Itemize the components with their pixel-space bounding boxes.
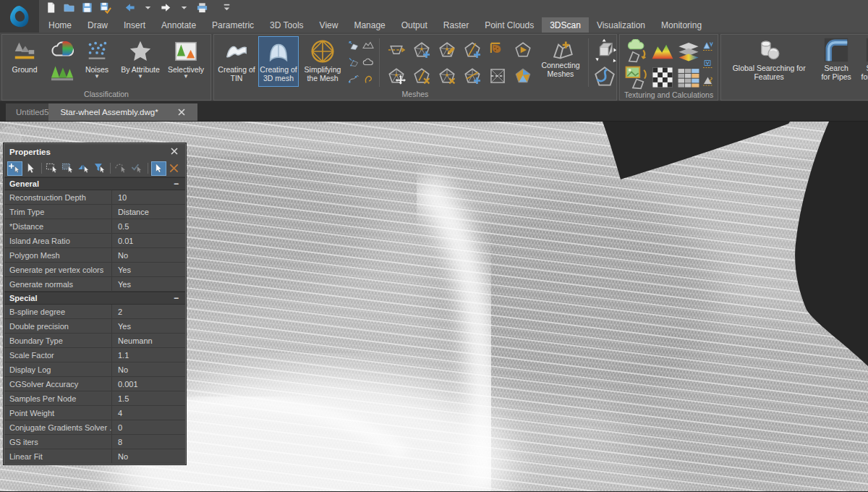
- model-viewport[interactable]: Properties General−Reconstruction Depth1…: [0, 122, 868, 491]
- property-value[interactable]: 8: [111, 435, 185, 449]
- mesh-split-edge-icon[interactable]: [463, 67, 482, 85]
- cancel-selection-icon[interactable]: [167, 161, 182, 176]
- window-select-icon[interactable]: [45, 161, 60, 176]
- redo-icon[interactable]: [160, 1, 176, 16]
- scan-to-surface-icon[interactable]: [347, 39, 360, 52]
- mesh-flip-edge-icon[interactable]: [488, 67, 507, 85]
- simplifying-the-mesh-button[interactable]: Simplifying the Mesh: [300, 36, 345, 87]
- print-icon[interactable]: [196, 1, 212, 16]
- mesh-move-vertex-icon[interactable]: [387, 67, 406, 85]
- selectively-dropdown-icon[interactable]: ▼: [183, 74, 189, 80]
- properties-panel-header[interactable]: Properties: [4, 144, 185, 160]
- small-cloud-icon[interactable]: [362, 56, 375, 69]
- spline-nodes-icon[interactable]: [347, 72, 360, 85]
- creating-of-3d-mesh-button[interactable]: Creating of 3D mesh: [258, 36, 299, 87]
- classify-by-color-icon[interactable]: [50, 38, 72, 59]
- document-tab-star-wheel[interactable]: Star-wheel Assembly.dwg*: [48, 103, 197, 121]
- new-file-icon[interactable]: [45, 1, 61, 16]
- customize-toolbar-icon[interactable]: [221, 1, 237, 16]
- property-value[interactable]: No: [111, 248, 185, 262]
- section-header-special[interactable]: Special−: [4, 292, 185, 305]
- tab-close-icon[interactable]: [177, 108, 186, 116]
- pointer-mode-icon[interactable]: [151, 161, 166, 176]
- crossing-select-icon[interactable]: [61, 161, 76, 176]
- by-attribute-button[interactable]: By Attribute ▼: [119, 36, 162, 87]
- menu-tab-3dscan[interactable]: 3DScan: [542, 17, 589, 33]
- section-header-general[interactable]: General−: [4, 177, 185, 190]
- menu-tab-insert[interactable]: Insert: [116, 17, 153, 33]
- search-for-pipes-button[interactable]: Search for Pipes: [816, 36, 856, 81]
- redo-dropdown-icon[interactable]: [178, 1, 194, 16]
- image-to-mesh-icon[interactable]: [624, 65, 646, 87]
- volume-v-icon[interactable]: [702, 40, 715, 53]
- property-value[interactable]: 1.1: [111, 348, 185, 362]
- mesh-add-vertex-icon[interactable]: [412, 41, 431, 59]
- mesh-paint-faces-icon[interactable]: [514, 67, 532, 85]
- collapse-section-icon[interactable]: −: [174, 293, 180, 303]
- app-logo[interactable]: [0, 0, 39, 33]
- invert-selection-icon[interactable]: [77, 161, 92, 176]
- select-add-icon[interactable]: [7, 161, 22, 176]
- menu-tab-parametric[interactable]: Parametric: [204, 17, 262, 33]
- open-file-icon[interactable]: [63, 1, 79, 16]
- mesh-section-icon[interactable]: [387, 41, 406, 59]
- property-value[interactable]: 2: [111, 305, 185, 318]
- menu-tab-3d-tools[interactable]: 3D Tools: [262, 17, 311, 33]
- curve-hook-icon[interactable]: [362, 72, 375, 85]
- mesh-boundary-curve-icon[interactable]: [592, 64, 614, 86]
- surface-area-icon[interactable]: [702, 75, 715, 88]
- filter-selection-icon[interactable]: [93, 161, 108, 176]
- property-value[interactable]: 4: [111, 406, 185, 420]
- mesh-edit-icon[interactable]: [438, 41, 456, 59]
- menu-tab-visualization[interactable]: Visualization: [589, 17, 653, 33]
- property-value[interactable]: Yes: [111, 319, 185, 333]
- creating-of-tin-button[interactable]: Creating of TIN: [216, 36, 257, 87]
- save-all-icon[interactable]: [99, 1, 115, 16]
- search-for-planes-button[interactable]: Search for Planes: [858, 36, 868, 81]
- undo-dropdown-icon[interactable]: [142, 1, 158, 16]
- vegetation-icon[interactable]: [50, 61, 72, 82]
- global-search-features-button[interactable]: Global Searcching for Features: [723, 36, 814, 81]
- menu-tab-monitoring[interactable]: Monitoring: [653, 17, 710, 33]
- volume-v2-icon[interactable]: [702, 57, 715, 70]
- property-value[interactable]: No: [111, 449, 185, 463]
- connecting-meshes-button[interactable]: Connecting Meshes: [537, 36, 584, 78]
- move-mesh-3d-icon[interactable]: [592, 38, 614, 60]
- property-value[interactable]: 0.5: [111, 219, 185, 233]
- property-value[interactable]: Yes: [111, 277, 185, 291]
- noises-button[interactable]: Noises ▼: [77, 36, 117, 87]
- mesh-add-edge-icon[interactable]: [463, 41, 482, 59]
- mesh-delete-vertex-icon[interactable]: [438, 67, 456, 85]
- terrain-profile-icon[interactable]: [362, 39, 375, 52]
- menu-tab-annotate[interactable]: Annotate: [153, 17, 204, 33]
- menu-tab-view[interactable]: View: [312, 17, 346, 33]
- checker-texture-icon[interactable]: [650, 65, 672, 87]
- menu-tab-home[interactable]: Home: [41, 17, 80, 33]
- layers-stack-icon[interactable]: [676, 39, 698, 61]
- undo-icon[interactable]: [124, 1, 140, 16]
- property-value[interactable]: Yes: [111, 263, 185, 276]
- by-attribute-dropdown-icon[interactable]: ▼: [137, 74, 143, 80]
- properties-close-icon[interactable]: [170, 147, 180, 157]
- property-value[interactable]: 0.001: [111, 377, 185, 391]
- property-value[interactable]: Neumann: [111, 334, 185, 347]
- collapse-section-icon[interactable]: −: [174, 179, 180, 189]
- menu-tab-raster[interactable]: Raster: [435, 17, 477, 33]
- apply-selection-icon[interactable]: [129, 161, 145, 176]
- selectively-button[interactable]: Selectively ▼: [163, 36, 208, 87]
- menu-tab-draw[interactable]: Draw: [80, 17, 116, 33]
- elevation-colors-icon[interactable]: [650, 39, 672, 61]
- cloud-to-mesh-texture-icon[interactable]: [624, 39, 646, 61]
- mesh-fill-hole-icon[interactable]: [488, 41, 507, 59]
- scan-to-polygon-icon[interactable]: [347, 56, 360, 69]
- reselect-icon[interactable]: [114, 161, 129, 176]
- menu-tab-point-clouds[interactable]: Point Clouds: [477, 17, 542, 33]
- attribute-table-icon[interactable]: [676, 65, 698, 87]
- mesh-delete-icon[interactable]: [412, 67, 431, 85]
- property-value[interactable]: 0: [111, 420, 185, 434]
- property-value[interactable]: 1.5: [111, 391, 185, 405]
- select-cursor-icon[interactable]: [23, 161, 38, 176]
- mesh-face-icon[interactable]: [514, 41, 532, 59]
- property-value[interactable]: Distance: [111, 205, 185, 219]
- property-value[interactable]: No: [111, 362, 185, 376]
